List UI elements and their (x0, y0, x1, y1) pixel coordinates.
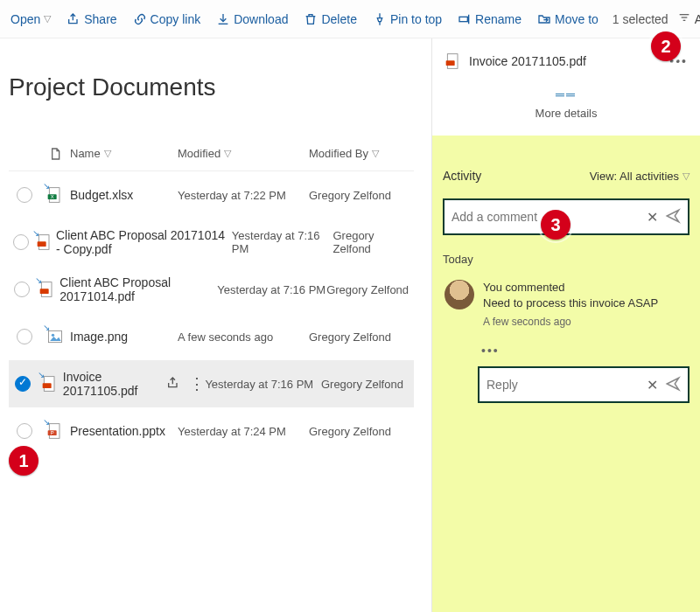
table-row[interactable]: ↘Client ABC Proposal 20171014 - Copy.pdf… (9, 219, 414, 266)
svg-rect-0 (459, 17, 467, 21)
callout-badge-2: 2 (651, 31, 681, 61)
column-type-icon[interactable] (40, 147, 70, 161)
details-panel: Invoice 20171105.pdf ••• ══ More details… (431, 38, 700, 612)
modified-by-cell: Gregory Zelfond (309, 330, 414, 344)
xlsx-icon: ↘X (46, 186, 64, 204)
modified-cell: Yesterday at 7:24 PM (178, 425, 309, 438)
table-row[interactable]: ↘Client ABC Proposal 20171014.pdfYesterd… (9, 266, 414, 313)
row-select[interactable] (15, 376, 31, 392)
svg-rect-8 (40, 289, 49, 294)
callout-badge-1: 1 (9, 446, 38, 476)
page-title: Project Documents (9, 73, 414, 101)
column-name-header[interactable]: Name▽ (70, 147, 178, 160)
modified-by-cell: Gregory Zelfond (309, 425, 414, 438)
shortcut-arrow-icon: ↘ (32, 228, 39, 238)
file-name[interactable]: Budget.xlsx (70, 188, 133, 202)
table-row[interactable]: ↘PPresentation.pptxYesterday at 7:24 PMG… (9, 407, 414, 455)
pdf-icon: ↘ (36, 233, 53, 251)
svg-rect-17 (446, 60, 455, 66)
row-select[interactable] (13, 234, 29, 250)
rename-button[interactable]: Rename (452, 9, 527, 30)
download-icon (216, 12, 230, 26)
svg-text:X: X (51, 194, 54, 199)
modified-cell: Yesterday at 7:16 PM (205, 378, 321, 391)
trash-icon (304, 12, 318, 26)
send-icon[interactable] (665, 208, 681, 226)
pdf-icon: ↘ (41, 375, 59, 393)
modified-by-cell: Gregory Zelfond (332, 229, 414, 255)
rename-label: Rename (475, 12, 522, 26)
open-button[interactable]: Open ▽ (5, 9, 56, 30)
column-modifiedby-label: Modified By (309, 147, 368, 160)
modified-by-cell: Gregory Zelfond (326, 283, 414, 296)
open-label: Open (10, 12, 40, 26)
share-icon (66, 12, 80, 26)
activity-group-today: Today (443, 253, 690, 266)
column-modifiedby-header[interactable]: Modified By▽ (309, 147, 414, 160)
row-select[interactable] (17, 423, 32, 439)
download-label: Download (234, 12, 288, 26)
copy-link-button[interactable]: Copy link (128, 9, 206, 30)
share-label: Share (84, 12, 116, 26)
share-icon[interactable] (166, 376, 180, 393)
pin-label: Pin to top (390, 12, 442, 26)
modified-cell: Yesterday at 7:22 PM (178, 189, 309, 202)
rename-icon (458, 12, 472, 26)
modified-by-cell: Gregory Zelfond (309, 189, 414, 202)
file-name[interactable]: Client ABC Proposal 20171014 - Copy.pdf (56, 228, 232, 256)
table-row[interactable]: ↘XBudget.xlsxYesterday at 7:22 PMGregory… (9, 171, 414, 219)
resize-handle-icon[interactable]: ══ (444, 87, 688, 101)
file-generic-icon (48, 147, 62, 161)
pdf-icon: ↘ (38, 281, 56, 298)
activity-entry: You commented Need to process this invoi… (443, 275, 690, 335)
filter-icon (677, 10, 691, 27)
reply-input[interactable] (486, 378, 640, 392)
chevron-down-icon: ▽ (682, 170, 690, 182)
move-to-button[interactable]: Move to (532, 9, 604, 30)
file-name[interactable]: Invoice 20171105.pdf (63, 370, 162, 398)
activity-view-filter[interactable]: View: All activities ▽ (590, 170, 690, 183)
move-to-label: Move to (555, 12, 598, 26)
pdf-icon (444, 52, 462, 70)
modified-cell: A few seconds ago (178, 330, 309, 344)
pptx-icon: ↘P (46, 422, 64, 440)
shortcut-arrow-icon: ↘ (43, 181, 50, 191)
view-filter-label: All Documents (695, 12, 700, 26)
file-name[interactable]: Client ABC Proposal 20171014.pdf (60, 275, 217, 303)
chevron-down-icon: ▽ (372, 148, 379, 159)
chevron-down-icon: ▽ (104, 148, 111, 159)
reply-input-box[interactable]: ✕ (478, 366, 690, 403)
activity-heading: Activity (443, 169, 481, 183)
details-filename: Invoice 20171105.pdf (469, 54, 586, 68)
clear-icon[interactable]: ✕ (647, 209, 658, 226)
column-modified-label: Modified (178, 147, 220, 160)
file-name[interactable]: Image.png (70, 330, 128, 344)
modified-cell: Yesterday at 7:16 PM (217, 283, 326, 296)
download-button[interactable]: Download (211, 9, 293, 30)
shortcut-arrow-icon: ↘ (43, 323, 50, 332)
row-select[interactable] (14, 282, 30, 297)
clear-icon[interactable]: ✕ (647, 377, 658, 393)
modified-cell: Yesterday at 7:16 PM (232, 229, 333, 255)
activity-entry-time: A few seconds ago (483, 315, 658, 330)
activity-entry-actions[interactable]: ••• (481, 344, 690, 358)
delete-button[interactable]: Delete (298, 9, 361, 30)
pin-icon (373, 12, 387, 26)
more-details-link[interactable]: More details (444, 107, 688, 120)
file-name[interactable]: Presentation.pptx (70, 424, 165, 438)
table-row[interactable]: ↘Invoice 20171105.pdf⋮Yesterday at 7:16 … (9, 360, 414, 407)
view-filter[interactable]: All Documents ▽ (677, 10, 700, 27)
shortcut-arrow-icon: ↘ (38, 370, 45, 379)
row-select[interactable] (17, 187, 32, 203)
pin-button[interactable]: Pin to top (368, 9, 447, 30)
column-modified-header[interactable]: Modified▽ (178, 147, 309, 160)
svg-rect-12 (42, 383, 51, 388)
table-row[interactable]: ↘Image.pngA few seconds agoGregory Zelfo… (9, 313, 414, 360)
activity-panel: Activity View: All activities ▽ ✕ Today … (432, 136, 700, 612)
row-select[interactable] (17, 329, 32, 344)
png-icon: ↘ (46, 328, 64, 345)
row-more-icon[interactable]: ⋮ (189, 374, 205, 393)
svg-point-10 (52, 334, 54, 337)
share-button[interactable]: Share (61, 9, 122, 30)
send-icon[interactable] (665, 376, 681, 394)
